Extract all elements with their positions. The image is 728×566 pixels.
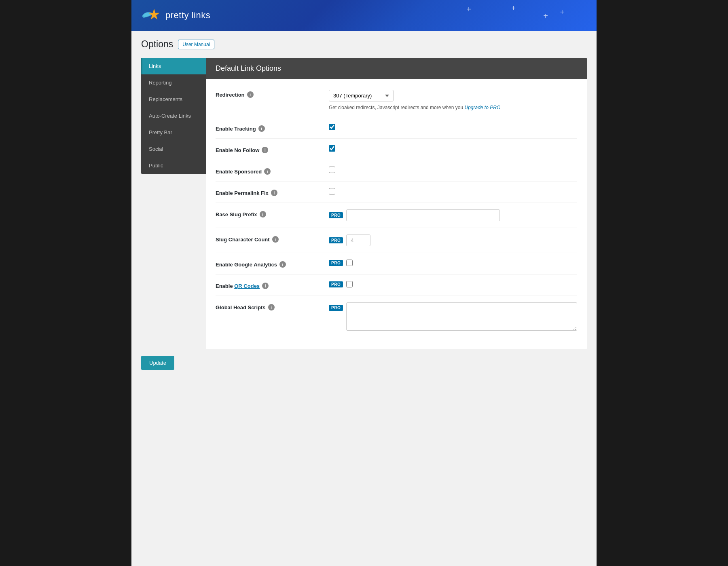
- global-head-scripts-row: Global Head Scripts i PRO: [216, 296, 577, 337]
- global-head-scripts-control-col: PRO: [329, 302, 577, 331]
- panel-header: Default Link Options: [206, 58, 587, 79]
- panel-body: Redirection i 301 (Permanent) 302 (Tempo…: [206, 79, 587, 349]
- slug-character-count-info-icon: i: [272, 236, 279, 243]
- redirection-label-col: Redirection i: [216, 90, 321, 98]
- enable-sponsored-control-col: [329, 167, 577, 173]
- slug-character-count-label-col: Slug Character Count i: [216, 234, 321, 243]
- enable-no-follow-control-col: [329, 145, 577, 152]
- enable-google-analytics-info-icon: i: [279, 261, 286, 268]
- enable-permalink-fix-label: Enable Permalink Fix: [216, 190, 269, 196]
- enable-sponsored-row: Enable Sponsored i: [216, 160, 577, 182]
- enable-tracking-info-icon: i: [258, 125, 265, 132]
- svg-marker-0: [149, 9, 159, 19]
- global-head-scripts-label: Global Head Scripts: [216, 304, 266, 310]
- enable-google-analytics-pro-badge: PRO: [329, 260, 343, 266]
- enable-permalink-fix-checkbox[interactable]: [329, 188, 335, 194]
- slug-character-count-pro-badge: PRO: [329, 237, 343, 243]
- enable-qr-codes-pro-badge: PRO: [329, 281, 343, 287]
- redirection-label: Redirection: [216, 92, 245, 98]
- page-title-row: Options User Manual: [141, 39, 587, 50]
- sidebar: Links Reporting Replacements Auto-Create…: [141, 58, 206, 174]
- qr-codes-link[interactable]: QR Codes: [234, 283, 260, 289]
- enable-no-follow-info-icon: i: [262, 147, 268, 153]
- enable-no-follow-label: Enable No Follow: [216, 147, 259, 153]
- enable-google-analytics-row: Enable Google Analytics i PRO: [216, 253, 577, 275]
- deco-plus-1: +: [466, 5, 471, 14]
- upgrade-to-pro-link[interactable]: Upgrade to PRO: [465, 105, 501, 110]
- base-slug-prefix-input[interactable]: [346, 209, 500, 221]
- enable-google-analytics-control-col: PRO: [329, 260, 577, 266]
- base-slug-prefix-label-col: Base Slug Prefix i: [216, 209, 321, 218]
- enable-sponsored-checkbox[interactable]: [329, 167, 335, 173]
- slug-character-count-row: Slug Character Count i PRO: [216, 228, 577, 253]
- enable-no-follow-checkbox[interactable]: [329, 145, 335, 152]
- enable-qr-codes-control-row: PRO: [329, 281, 353, 287]
- sidebar-item-public[interactable]: Public: [141, 157, 206, 174]
- slug-character-count-control-col: PRO: [329, 234, 577, 246]
- main-layout: Links Reporting Replacements Auto-Create…: [141, 58, 587, 349]
- enable-permalink-fix-control-col: [329, 188, 577, 194]
- logo-text: pretty links: [165, 10, 210, 21]
- enable-sponsored-label: Enable Sponsored: [216, 169, 262, 175]
- redirection-info-icon: i: [247, 91, 254, 98]
- base-slug-prefix-pro-badge: PRO: [329, 212, 343, 218]
- enable-qr-codes-info-icon: i: [262, 283, 269, 289]
- panel-title: Default Link Options: [216, 64, 577, 73]
- redirection-control-col: 301 (Permanent) 302 (Temporary) 307 (Tem…: [329, 90, 577, 110]
- global-head-scripts-control-row: PRO: [329, 302, 577, 331]
- base-slug-prefix-control-row: PRO: [329, 209, 500, 221]
- page-title: Options: [141, 39, 173, 50]
- redirection-select[interactable]: 301 (Permanent) 302 (Temporary) 307 (Tem…: [329, 90, 394, 101]
- global-head-scripts-textarea[interactable]: [346, 302, 577, 331]
- global-head-scripts-pro-badge: PRO: [329, 305, 343, 311]
- enable-permalink-fix-row: Enable Permalink Fix i: [216, 182, 577, 203]
- enable-tracking-control-col: [329, 124, 577, 130]
- enable-no-follow-row: Enable No Follow i: [216, 139, 577, 160]
- enable-no-follow-label-col: Enable No Follow i: [216, 145, 321, 153]
- upgrade-text: Get cloaked redirects, Javascript redire…: [329, 105, 500, 110]
- update-button[interactable]: Update: [141, 356, 174, 370]
- base-slug-prefix-row: Base Slug Prefix i PRO: [216, 203, 577, 228]
- enable-google-analytics-label: Enable Google Analytics: [216, 262, 277, 268]
- redirection-row: Redirection i 301 (Permanent) 302 (Tempo…: [216, 83, 577, 117]
- sidebar-item-replacements[interactable]: Replacements: [141, 91, 206, 108]
- user-manual-button[interactable]: User Manual: [178, 40, 214, 49]
- enable-sponsored-info-icon: i: [264, 168, 271, 175]
- enable-google-analytics-control-row: PRO: [329, 260, 353, 266]
- enable-google-analytics-checkbox[interactable]: [346, 260, 353, 266]
- enable-sponsored-label-col: Enable Sponsored i: [216, 167, 321, 175]
- enable-permalink-fix-label-col: Enable Permalink Fix i: [216, 188, 321, 196]
- enable-google-analytics-label-col: Enable Google Analytics i: [216, 260, 321, 268]
- slug-character-count-control-row: PRO: [329, 234, 370, 246]
- deco-plus-2: +: [543, 11, 548, 21]
- enable-tracking-label-col: Enable Tracking i: [216, 124, 321, 132]
- main-panel: Default Link Options Redirection i 301 (…: [206, 58, 587, 349]
- enable-qr-codes-checkbox[interactable]: [346, 281, 353, 287]
- base-slug-prefix-label: Base Slug Prefix: [216, 211, 257, 218]
- sidebar-item-pretty-bar[interactable]: Pretty Bar: [141, 124, 206, 141]
- slug-character-count-label: Slug Character Count: [216, 237, 270, 243]
- global-head-scripts-info-icon: i: [268, 304, 275, 310]
- sidebar-item-links[interactable]: Links: [141, 58, 206, 74]
- enable-tracking-label: Enable Tracking: [216, 126, 256, 132]
- sidebar-item-reporting[interactable]: Reporting: [141, 74, 206, 91]
- global-head-scripts-label-col: Global Head Scripts i: [216, 302, 321, 310]
- enable-qr-codes-row: Enable QR Codes i PRO: [216, 275, 577, 296]
- sidebar-item-social[interactable]: Social: [141, 141, 206, 157]
- base-slug-prefix-info-icon: i: [260, 211, 266, 218]
- slug-character-count-input[interactable]: [346, 234, 370, 246]
- enable-tracking-row: Enable Tracking i: [216, 117, 577, 139]
- enable-tracking-checkbox[interactable]: [329, 124, 335, 130]
- enable-qr-codes-control-col: PRO: [329, 281, 577, 287]
- enable-qr-codes-label: Enable QR Codes: [216, 283, 260, 289]
- logo-icon: [141, 7, 161, 23]
- logo-area: pretty links: [141, 7, 210, 23]
- enable-qr-codes-label-col: Enable QR Codes i: [216, 281, 321, 289]
- sidebar-item-auto-create[interactable]: Auto-Create Links: [141, 108, 206, 124]
- page-content: Options User Manual Links Reporting Repl…: [131, 31, 597, 378]
- enable-permalink-fix-info-icon: i: [271, 190, 277, 196]
- base-slug-prefix-control-col: PRO: [329, 209, 577, 221]
- header: + + pretty links: [131, 0, 597, 31]
